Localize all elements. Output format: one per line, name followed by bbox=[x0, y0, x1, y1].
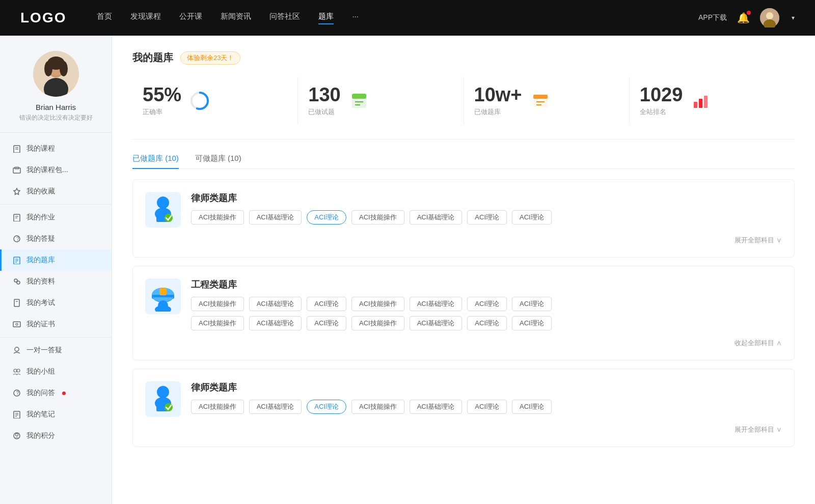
lawyer1-tag-5[interactable]: ACI理论 bbox=[467, 210, 507, 225]
sidebar-username: Brian Harris bbox=[36, 103, 76, 111]
nav-open-course[interactable]: 公开课 bbox=[179, 12, 202, 24]
sidebar-item-data[interactable]: 我的资料 bbox=[0, 271, 112, 292]
stat-ranking: 1029 全站排名 bbox=[630, 77, 795, 125]
sidebar-item-certificate[interactable]: 我的证书 bbox=[0, 314, 112, 335]
one-on-one-icon bbox=[12, 346, 21, 355]
points-icon bbox=[12, 431, 21, 440]
quiz-card-lawyer2-footer: 展开全部科目 ∨ bbox=[145, 425, 782, 434]
exam-icon bbox=[12, 298, 21, 307]
svg-point-32 bbox=[14, 369, 17, 372]
eng1-tag-5[interactable]: ACI理论 bbox=[467, 297, 507, 311]
logo[interactable]: LOGO bbox=[20, 10, 66, 26]
stat-questions-value: 130 bbox=[308, 85, 340, 104]
avatar-dropdown-arrow[interactable]: ▾ bbox=[792, 14, 795, 21]
sidebar-item-course-package[interactable]: 我的课程包... bbox=[0, 159, 112, 181]
sidebar-item-exam[interactable]: 我的考试 bbox=[0, 292, 112, 314]
app-download-link[interactable]: APP下载 bbox=[698, 13, 727, 22]
svg-point-41 bbox=[16, 434, 18, 436]
quiz-label: 我的题库 bbox=[26, 256, 55, 265]
svg-text:?: ? bbox=[16, 236, 19, 242]
stat-banks-label: 已做题库 bbox=[474, 107, 522, 117]
quiz-card-lawyer2-body: 律师类题库 ACI技能操作 ACI基础理论 ACI理论 ACI技能操作 ACI基… bbox=[191, 381, 782, 414]
sidebar-item-quiz[interactable]: 我的题库 bbox=[0, 249, 112, 271]
certificate-icon bbox=[12, 320, 21, 329]
notification-bell[interactable]: 🔔 bbox=[737, 12, 750, 24]
svg-point-55 bbox=[157, 197, 169, 209]
sidebar-item-notes[interactable]: 我的笔记 bbox=[0, 404, 112, 425]
eng1-tag-11[interactable]: ACI基础理论 bbox=[410, 316, 463, 330]
lawyer1-tag-0[interactable]: ACI技能操作 bbox=[191, 210, 244, 225]
eng1-tag-1[interactable]: ACI基础理论 bbox=[249, 297, 302, 311]
stat-ranking-label: 全站排名 bbox=[640, 107, 683, 117]
page-title: 我的题库 bbox=[132, 51, 173, 65]
lawyer1-tag-6[interactable]: ACI理论 bbox=[512, 210, 552, 225]
sidebar-item-questions[interactable]: ? 我的问答 bbox=[0, 382, 112, 404]
engineering1-expand-btn[interactable]: 收起全部科目 ∧ bbox=[735, 339, 782, 348]
tab-done[interactable]: 已做题库 (10) bbox=[132, 154, 179, 169]
eng1-tag-8[interactable]: ACI基础理论 bbox=[249, 316, 302, 330]
eng1-tag-12[interactable]: ACI理论 bbox=[467, 316, 507, 330]
eng1-tag-4[interactable]: ACI基础理论 bbox=[410, 297, 463, 311]
svg-rect-29 bbox=[13, 322, 20, 327]
data-label: 我的资料 bbox=[26, 277, 55, 286]
nav-discover[interactable]: 发现课程 bbox=[130, 12, 161, 24]
notes-label: 我的笔记 bbox=[26, 410, 55, 419]
courses-label: 我的课程 bbox=[26, 144, 55, 153]
notes-icon bbox=[12, 410, 21, 419]
lawyer1-icon bbox=[145, 192, 181, 228]
lawyer2-tag-2[interactable]: ACI理论 bbox=[307, 400, 346, 414]
quiz-card-engineering1-tags-row1: ACI技能操作 ACI基础理论 ACI理论 ACI技能操作 ACI基础理论 AC… bbox=[191, 297, 782, 311]
navbar: LOGO 首页 发现课程 公开课 新闻资讯 问答社区 题库 ··· APP下载 … bbox=[0, 0, 815, 36]
ranking-icon bbox=[691, 91, 711, 111]
lawyer1-tag-1[interactable]: ACI基础理论 bbox=[249, 210, 302, 225]
nav-quiz[interactable]: 题库 bbox=[318, 12, 334, 24]
lawyer1-tag-3[interactable]: ACI技能操作 bbox=[351, 210, 404, 225]
sidebar-item-group[interactable]: 我的小组 bbox=[0, 361, 112, 382]
svg-text:?: ? bbox=[16, 390, 19, 396]
avatar[interactable] bbox=[760, 8, 779, 27]
stat-accuracy: 55% 正确率 bbox=[132, 77, 298, 125]
lawyer2-tag-3[interactable]: ACI技能操作 bbox=[351, 400, 404, 414]
eng1-tag-7[interactable]: ACI技能操作 bbox=[191, 316, 244, 330]
eng1-tag-3[interactable]: ACI技能操作 bbox=[351, 297, 404, 311]
nav-news[interactable]: 新闻资讯 bbox=[221, 12, 251, 24]
eng1-tag-13[interactable]: ACI理论 bbox=[512, 316, 552, 330]
lawyer2-tag-1[interactable]: ACI基础理论 bbox=[249, 400, 302, 414]
eng1-tag-2[interactable]: ACI理论 bbox=[307, 297, 346, 311]
questions-dot bbox=[62, 391, 66, 395]
sidebar-item-favorites[interactable]: 我的收藏 bbox=[0, 181, 112, 202]
tab-available[interactable]: 可做题库 (10) bbox=[195, 154, 241, 169]
eng1-tag-10[interactable]: ACI技能操作 bbox=[351, 316, 404, 330]
lawyer2-tag-5[interactable]: ACI理论 bbox=[467, 400, 507, 414]
lawyer2-expand-btn[interactable]: 展开全部科目 ∨ bbox=[735, 425, 782, 434]
lawyer2-tag-4[interactable]: ACI基础理论 bbox=[410, 400, 463, 414]
accuracy-icon bbox=[189, 91, 210, 111]
svg-point-66 bbox=[157, 386, 169, 398]
sidebar-item-one-on-one[interactable]: 一对一答疑 bbox=[0, 340, 112, 361]
stat-banks-values: 10w+ 已做题库 bbox=[474, 85, 522, 117]
lawyer1-tag-4[interactable]: ACI基础理论 bbox=[410, 210, 463, 225]
sidebar-item-points[interactable]: 我的积分 bbox=[0, 425, 112, 446]
quiz-card-lawyer2-header: 律师类题库 ACI技能操作 ACI基础理论 ACI理论 ACI技能操作 ACI基… bbox=[145, 381, 782, 417]
main-layout: Brian Harris 错误的决定比没有决定要好 我的课程 我的课程包... bbox=[0, 36, 815, 504]
quiz-card-lawyer1-title: 律师类题库 bbox=[191, 192, 782, 204]
stat-accuracy-values: 55% 正确率 bbox=[143, 85, 181, 117]
nav-home[interactable]: 首页 bbox=[97, 12, 112, 24]
lawyer2-tag-0[interactable]: ACI技能操作 bbox=[191, 400, 244, 414]
lawyer1-tag-2[interactable]: ACI理论 bbox=[307, 210, 346, 225]
eng1-tag-6[interactable]: ACI理论 bbox=[512, 297, 552, 311]
sidebar-item-qa[interactable]: ? 我的答疑 bbox=[0, 228, 112, 249]
lawyer2-tag-6[interactable]: ACI理论 bbox=[512, 400, 552, 414]
sidebar-avatar[interactable] bbox=[33, 51, 79, 97]
sidebar-item-homework[interactable]: 我的作业 bbox=[0, 207, 112, 228]
profile-image bbox=[33, 51, 79, 97]
eng1-tag-9[interactable]: ACI理论 bbox=[307, 316, 346, 330]
nav-more[interactable]: ··· bbox=[352, 12, 359, 24]
svg-rect-54 bbox=[704, 96, 708, 108]
sidebar-item-courses[interactable]: 我的课程 bbox=[0, 138, 112, 159]
nav-qa[interactable]: 问答社区 bbox=[269, 12, 300, 24]
quiz-card-engineering1-tags-row2: ACI技能操作 ACI基础理论 ACI理论 ACI技能操作 ACI基础理论 AC… bbox=[191, 316, 782, 330]
sidebar-motto: 错误的决定比没有决定要好 bbox=[19, 114, 93, 122]
lawyer1-expand-btn[interactable]: 展开全部科目 ∨ bbox=[735, 236, 782, 245]
eng1-tag-0[interactable]: ACI技能操作 bbox=[191, 297, 244, 311]
